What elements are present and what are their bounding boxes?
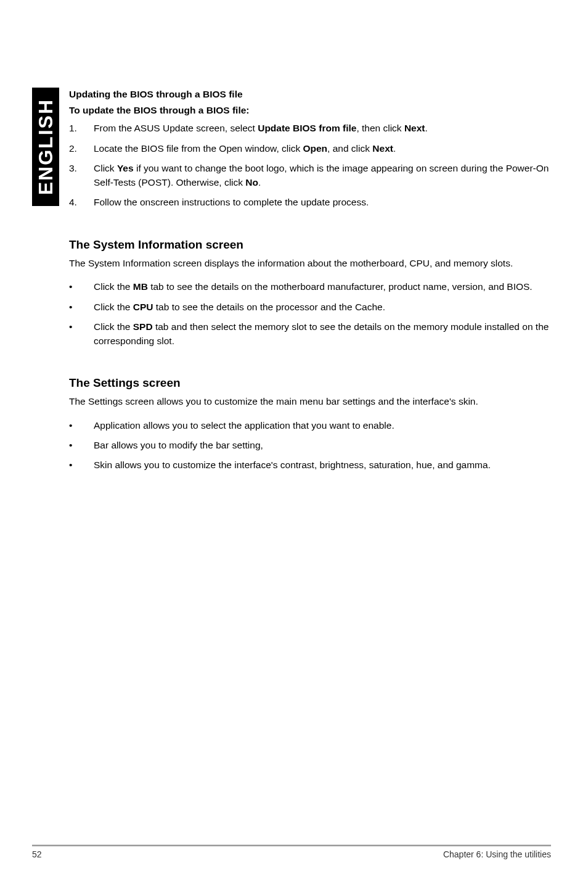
bullet-icon: •	[69, 419, 94, 432]
bullet-text: Application allows you to select the app…	[94, 419, 551, 432]
language-label: ENGLISH	[35, 99, 57, 195]
bullet-text: Bar allows you to modify the bar setting…	[94, 439, 551, 452]
section3-heading: The Settings screen	[69, 376, 551, 390]
section2-heading: The System Information screen	[69, 238, 551, 252]
list-item: • Click the SPD tab and then select the …	[69, 320, 551, 348]
step-item: 4. Follow the onscreen instructions to c…	[69, 196, 551, 209]
step-text: From the ASUS Update screen, select Upda…	[94, 122, 551, 135]
list-item: • Click the MB tab to see the details on…	[69, 280, 551, 294]
step-text: Follow the onscreen instructions to comp…	[94, 196, 551, 209]
section3-bullets: • Application allows you to select the a…	[69, 419, 551, 472]
bullet-text: Click the CPU tab to see the details on …	[94, 300, 551, 314]
language-tab: ENGLISH	[32, 88, 59, 206]
list-item: • Skin allows you to customize the inter…	[69, 458, 551, 472]
bullet-icon: •	[69, 439, 94, 452]
bullet-text: Click the SPD tab and then select the me…	[94, 320, 551, 348]
chapter-title: Chapter 6: Using the utilities	[443, 849, 551, 859]
step-item: 2. Locate the BIOS file from the Open wi…	[69, 142, 551, 155]
step-number: 4.	[69, 196, 94, 209]
section1-steps: 1. From the ASUS Update screen, select U…	[69, 122, 551, 209]
step-number: 3.	[69, 162, 94, 189]
bullet-icon: •	[69, 300, 94, 314]
step-text: Click Yes if you want to change the boot…	[94, 162, 551, 189]
step-number: 2.	[69, 142, 94, 155]
step-text: Locate the BIOS file from the Open windo…	[94, 142, 551, 155]
bullet-text: Click the MB tab to see the details on t…	[94, 280, 551, 294]
list-item: • Click the CPU tab to see the details o…	[69, 300, 551, 314]
page-number: 52	[32, 849, 42, 859]
step-item: 3. Click Yes if you want to change the b…	[69, 162, 551, 189]
bullet-icon: •	[69, 458, 94, 472]
list-item: • Bar allows you to modify the bar setti…	[69, 439, 551, 452]
main-content: Updating the BIOS through a BIOS file To…	[69, 88, 551, 479]
section3-intro: The Settings screen allows you to custom…	[69, 395, 551, 408]
section1-heading1: Updating the BIOS through a BIOS file	[69, 88, 551, 101]
bullet-icon: •	[69, 320, 94, 348]
bullet-icon: •	[69, 280, 94, 294]
section2-intro: The System Information screen displays t…	[69, 257, 551, 270]
section2-bullets: • Click the MB tab to see the details on…	[69, 280, 551, 348]
page-footer: 52 Chapter 6: Using the utilities	[32, 845, 551, 859]
section1-heading2: To update the BIOS through a BIOS file:	[69, 104, 551, 117]
bullet-text: Skin allows you to customize the interfa…	[94, 458, 551, 472]
list-item: • Application allows you to select the a…	[69, 419, 551, 432]
step-item: 1. From the ASUS Update screen, select U…	[69, 122, 551, 135]
step-number: 1.	[69, 122, 94, 135]
